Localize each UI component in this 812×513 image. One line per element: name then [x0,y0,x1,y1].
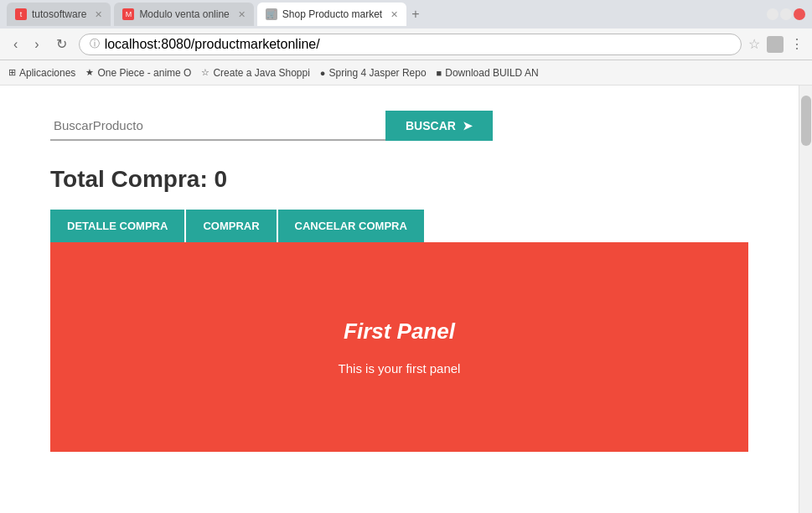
search-section: BUSCAR ➤ [50,111,748,141]
forward-button[interactable]: › [29,35,44,54]
close-button[interactable] [794,8,805,20]
tab1-label: tutosoftware [32,8,86,20]
title-bar: t tutosoftware ✕ M Modulo venta online ✕… [0,0,812,28]
scrollbar-thumb[interactable] [801,96,811,146]
bookmark-onepiece[interactable]: ★ One Piece - anime O [85,67,191,79]
panel-title: First Panel [344,319,455,345]
browser-window: t tutosoftware ✕ M Modulo venta online ✕… [0,0,812,513]
total-section: Total Compra: 0 [50,166,748,193]
new-tab-button[interactable]: + [411,7,419,22]
buscar-button[interactable]: BUSCAR ➤ [385,111,493,141]
buscar-arrow-icon: ➤ [463,119,473,132]
minimize-button[interactable] [767,8,778,20]
bookmark-apps-label: Aplicaciones [19,67,75,79]
bookmark-star-icon[interactable]: ☆ [748,36,760,52]
tab1-favicon: t [15,8,27,20]
lock-icon: ⓘ [90,37,100,51]
menu-icon[interactable]: ⋮ [790,36,804,52]
tab2-close[interactable]: ✕ [238,9,246,20]
scrollbar[interactable] [799,86,812,513]
browser-tab-1[interactable]: t tutosoftware ✕ [7,3,111,26]
url-text: localhost:8080/productmarketonline/ [105,37,320,52]
page-content: BUSCAR ➤ Total Compra: 0 DETALLE COMPRA … [0,86,812,513]
search-input[interactable] [50,111,385,141]
tab-comprar[interactable]: COMPRAR [186,210,277,242]
tab2-label: Modulo venta online [139,8,229,20]
total-compra-text: Total Compra: 0 [50,166,227,192]
tab-cancelar-compra[interactable]: CANCELAR COMPRA [278,210,424,242]
tab3-close[interactable]: ✕ [390,9,398,20]
reload-button[interactable]: ↻ [51,34,72,54]
bookmark-onepiece-label: One Piece - anime O [97,67,191,79]
bookmark-java[interactable]: ☆ Create a Java Shoppi [201,67,309,79]
bookmark-spring[interactable]: ● Spring 4 Jasper Repo [320,67,427,79]
bookmark-download-label: Download BUILD AN [445,67,538,79]
tab-detalle-compra[interactable]: DETALLE COMPRA [50,210,186,242]
window-controls [767,8,805,20]
browser-tab-3[interactable]: 🛒 Shop Producto market ✕ [257,3,406,26]
url-bar[interactable]: ⓘ localhost:8080/productmarketonline/ [79,34,742,55]
bookmarks-bar: ⊞ Aplicaciones ★ One Piece - anime O ☆ C… [0,60,812,86]
star-icon: ★ [85,67,94,78]
square-icon: ■ [437,68,442,78]
first-panel: First Panel This is your first panel [50,242,748,452]
page-inner: BUSCAR ➤ Total Compra: 0 DETALLE COMPRA … [0,86,799,513]
page-icon: ☆ [201,67,209,78]
bookmark-apps[interactable]: ⊞ Aplicaciones [8,67,75,79]
circle-icon: ● [320,68,326,78]
bookmark-java-label: Create a Java Shoppi [213,67,309,79]
back-button[interactable]: ‹ [8,35,23,54]
panel-subtitle: This is your first panel [339,361,461,376]
tab1-close[interactable]: ✕ [95,9,102,20]
apps-icon: ⊞ [8,67,16,78]
extension-icon [767,36,784,53]
buscar-label: BUSCAR [406,119,456,132]
tab2-favicon: M [122,8,134,20]
tab3-favicon: 🛒 [266,8,277,20]
bookmark-download[interactable]: ■ Download BUILD AN [437,67,539,79]
browser-tab-2[interactable]: M Modulo venta online ✕ [114,3,253,26]
tabs-bar: DETALLE COMPRA COMPRAR CANCELAR COMPRA [50,210,748,242]
bookmark-spring-label: Spring 4 Jasper Repo [329,67,427,79]
maximize-button[interactable] [780,8,792,20]
tab3-label: Shop Producto market [282,8,382,20]
address-bar: ‹ › ↻ ⓘ localhost:8080/productmarketonli… [0,28,812,60]
